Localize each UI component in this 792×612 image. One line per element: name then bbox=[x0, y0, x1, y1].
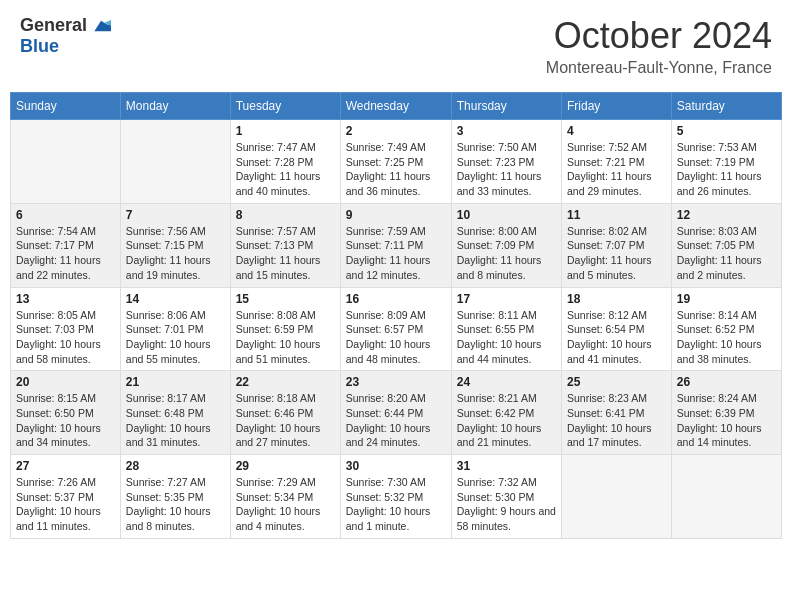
day-info: Sunrise: 7:30 AM Sunset: 5:32 PM Dayligh… bbox=[346, 475, 446, 534]
table-row: 10Sunrise: 8:00 AM Sunset: 7:09 PM Dayli… bbox=[451, 203, 561, 287]
day-number: 27 bbox=[16, 459, 115, 473]
day-info: Sunrise: 8:20 AM Sunset: 6:44 PM Dayligh… bbox=[346, 391, 446, 450]
table-row: 14Sunrise: 8:06 AM Sunset: 7:01 PM Dayli… bbox=[120, 287, 230, 371]
logo-general: General bbox=[20, 15, 87, 36]
day-info: Sunrise: 7:50 AM Sunset: 7:23 PM Dayligh… bbox=[457, 140, 556, 199]
day-number: 25 bbox=[567, 375, 666, 389]
day-info: Sunrise: 7:49 AM Sunset: 7:25 PM Dayligh… bbox=[346, 140, 446, 199]
day-number: 21 bbox=[126, 375, 225, 389]
day-info: Sunrise: 8:02 AM Sunset: 7:07 PM Dayligh… bbox=[567, 224, 666, 283]
logo-blue: Blue bbox=[20, 36, 59, 57]
header: General Blue October 2024 Montereau-Faul… bbox=[10, 10, 782, 82]
table-row: 9Sunrise: 7:59 AM Sunset: 7:11 PM Daylig… bbox=[340, 203, 451, 287]
table-row: 20Sunrise: 8:15 AM Sunset: 6:50 PM Dayli… bbox=[11, 371, 121, 455]
day-number: 28 bbox=[126, 459, 225, 473]
day-info: Sunrise: 8:12 AM Sunset: 6:54 PM Dayligh… bbox=[567, 308, 666, 367]
day-info: Sunrise: 7:54 AM Sunset: 7:17 PM Dayligh… bbox=[16, 224, 115, 283]
table-row: 26Sunrise: 8:24 AM Sunset: 6:39 PM Dayli… bbox=[671, 371, 781, 455]
day-number: 20 bbox=[16, 375, 115, 389]
table-row bbox=[11, 120, 121, 204]
day-info: Sunrise: 7:57 AM Sunset: 7:13 PM Dayligh… bbox=[236, 224, 335, 283]
table-row: 27Sunrise: 7:26 AM Sunset: 5:37 PM Dayli… bbox=[11, 455, 121, 539]
day-info: Sunrise: 7:32 AM Sunset: 5:30 PM Dayligh… bbox=[457, 475, 556, 534]
day-number: 9 bbox=[346, 208, 446, 222]
day-number: 5 bbox=[677, 124, 776, 138]
day-info: Sunrise: 8:21 AM Sunset: 6:42 PM Dayligh… bbox=[457, 391, 556, 450]
table-row: 13Sunrise: 8:05 AM Sunset: 7:03 PM Dayli… bbox=[11, 287, 121, 371]
day-info: Sunrise: 8:09 AM Sunset: 6:57 PM Dayligh… bbox=[346, 308, 446, 367]
day-number: 17 bbox=[457, 292, 556, 306]
day-number: 8 bbox=[236, 208, 335, 222]
day-number: 2 bbox=[346, 124, 446, 138]
day-number: 16 bbox=[346, 292, 446, 306]
table-row: 17Sunrise: 8:11 AM Sunset: 6:55 PM Dayli… bbox=[451, 287, 561, 371]
day-number: 10 bbox=[457, 208, 556, 222]
day-number: 12 bbox=[677, 208, 776, 222]
table-row: 7Sunrise: 7:56 AM Sunset: 7:15 PM Daylig… bbox=[120, 203, 230, 287]
table-row: 3Sunrise: 7:50 AM Sunset: 7:23 PM Daylig… bbox=[451, 120, 561, 204]
table-row: 21Sunrise: 8:17 AM Sunset: 6:48 PM Dayli… bbox=[120, 371, 230, 455]
table-row: 15Sunrise: 8:08 AM Sunset: 6:59 PM Dayli… bbox=[230, 287, 340, 371]
table-row: 16Sunrise: 8:09 AM Sunset: 6:57 PM Dayli… bbox=[340, 287, 451, 371]
table-row: 22Sunrise: 8:18 AM Sunset: 6:46 PM Dayli… bbox=[230, 371, 340, 455]
day-number: 4 bbox=[567, 124, 666, 138]
table-row: 28Sunrise: 7:27 AM Sunset: 5:35 PM Dayli… bbox=[120, 455, 230, 539]
logo: General Blue bbox=[20, 15, 111, 57]
day-info: Sunrise: 8:06 AM Sunset: 7:01 PM Dayligh… bbox=[126, 308, 225, 367]
day-number: 22 bbox=[236, 375, 335, 389]
day-info: Sunrise: 8:17 AM Sunset: 6:48 PM Dayligh… bbox=[126, 391, 225, 450]
day-number: 14 bbox=[126, 292, 225, 306]
day-info: Sunrise: 8:14 AM Sunset: 6:52 PM Dayligh… bbox=[677, 308, 776, 367]
table-row: 12Sunrise: 8:03 AM Sunset: 7:05 PM Dayli… bbox=[671, 203, 781, 287]
day-info: Sunrise: 8:08 AM Sunset: 6:59 PM Dayligh… bbox=[236, 308, 335, 367]
day-info: Sunrise: 8:24 AM Sunset: 6:39 PM Dayligh… bbox=[677, 391, 776, 450]
day-info: Sunrise: 7:56 AM Sunset: 7:15 PM Dayligh… bbox=[126, 224, 225, 283]
table-row: 1Sunrise: 7:47 AM Sunset: 7:28 PM Daylig… bbox=[230, 120, 340, 204]
day-info: Sunrise: 8:05 AM Sunset: 7:03 PM Dayligh… bbox=[16, 308, 115, 367]
header-friday: Friday bbox=[561, 93, 671, 120]
table-row: 19Sunrise: 8:14 AM Sunset: 6:52 PM Dayli… bbox=[671, 287, 781, 371]
calendar-week-row: 20Sunrise: 8:15 AM Sunset: 6:50 PM Dayli… bbox=[11, 371, 782, 455]
calendar: Sunday Monday Tuesday Wednesday Thursday… bbox=[10, 92, 782, 539]
table-row: 30Sunrise: 7:30 AM Sunset: 5:32 PM Dayli… bbox=[340, 455, 451, 539]
header-tuesday: Tuesday bbox=[230, 93, 340, 120]
day-number: 1 bbox=[236, 124, 335, 138]
header-thursday: Thursday bbox=[451, 93, 561, 120]
day-info: Sunrise: 8:15 AM Sunset: 6:50 PM Dayligh… bbox=[16, 391, 115, 450]
table-row: 8Sunrise: 7:57 AM Sunset: 7:13 PM Daylig… bbox=[230, 203, 340, 287]
calendar-week-row: 1Sunrise: 7:47 AM Sunset: 7:28 PM Daylig… bbox=[11, 120, 782, 204]
table-row bbox=[120, 120, 230, 204]
day-number: 26 bbox=[677, 375, 776, 389]
day-info: Sunrise: 7:47 AM Sunset: 7:28 PM Dayligh… bbox=[236, 140, 335, 199]
day-number: 7 bbox=[126, 208, 225, 222]
logo-icon bbox=[91, 16, 111, 36]
day-info: Sunrise: 8:11 AM Sunset: 6:55 PM Dayligh… bbox=[457, 308, 556, 367]
month-title: October 2024 bbox=[546, 15, 772, 57]
day-number: 6 bbox=[16, 208, 115, 222]
day-info: Sunrise: 7:52 AM Sunset: 7:21 PM Dayligh… bbox=[567, 140, 666, 199]
table-row bbox=[671, 455, 781, 539]
calendar-week-row: 13Sunrise: 8:05 AM Sunset: 7:03 PM Dayli… bbox=[11, 287, 782, 371]
day-number: 30 bbox=[346, 459, 446, 473]
day-number: 23 bbox=[346, 375, 446, 389]
day-info: Sunrise: 8:18 AM Sunset: 6:46 PM Dayligh… bbox=[236, 391, 335, 450]
day-number: 19 bbox=[677, 292, 776, 306]
table-row: 23Sunrise: 8:20 AM Sunset: 6:44 PM Dayli… bbox=[340, 371, 451, 455]
table-row: 5Sunrise: 7:53 AM Sunset: 7:19 PM Daylig… bbox=[671, 120, 781, 204]
day-number: 31 bbox=[457, 459, 556, 473]
day-number: 24 bbox=[457, 375, 556, 389]
table-row: 25Sunrise: 8:23 AM Sunset: 6:41 PM Dayli… bbox=[561, 371, 671, 455]
day-number: 15 bbox=[236, 292, 335, 306]
day-number: 11 bbox=[567, 208, 666, 222]
day-info: Sunrise: 7:29 AM Sunset: 5:34 PM Dayligh… bbox=[236, 475, 335, 534]
table-row: 6Sunrise: 7:54 AM Sunset: 7:17 PM Daylig… bbox=[11, 203, 121, 287]
table-row: 2Sunrise: 7:49 AM Sunset: 7:25 PM Daylig… bbox=[340, 120, 451, 204]
table-row: 11Sunrise: 8:02 AM Sunset: 7:07 PM Dayli… bbox=[561, 203, 671, 287]
day-number: 3 bbox=[457, 124, 556, 138]
day-info: Sunrise: 8:03 AM Sunset: 7:05 PM Dayligh… bbox=[677, 224, 776, 283]
header-monday: Monday bbox=[120, 93, 230, 120]
header-wednesday: Wednesday bbox=[340, 93, 451, 120]
header-sunday: Sunday bbox=[11, 93, 121, 120]
table-row: 29Sunrise: 7:29 AM Sunset: 5:34 PM Dayli… bbox=[230, 455, 340, 539]
location: Montereau-Fault-Yonne, France bbox=[546, 59, 772, 77]
